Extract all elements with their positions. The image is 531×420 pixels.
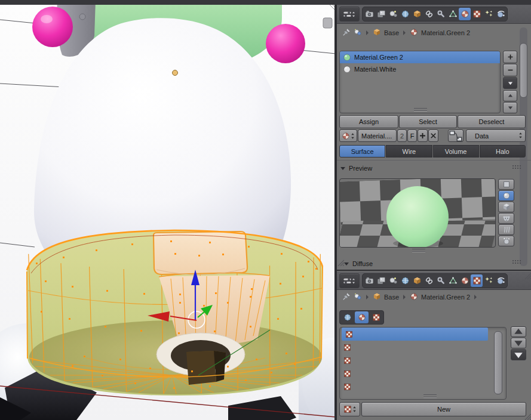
material-slot-name: Material.White	[354, 66, 396, 73]
tab-object[interactable]	[411, 274, 423, 287]
tab-texture[interactable]	[471, 8, 483, 20]
diffuse-panel-header[interactable]: Diffuse	[344, 259, 373, 268]
breadcrumb-object[interactable]: Base	[384, 29, 399, 36]
chevron-right-icon	[474, 295, 477, 299]
list-resize-grip[interactable]	[414, 108, 427, 111]
breadcrumb-material[interactable]: Material.Green 2	[421, 294, 470, 301]
tab-object-data[interactable]	[447, 274, 459, 287]
region-expand-button[interactable]	[323, 18, 332, 28]
preview-type-sphere-button[interactable]	[498, 190, 514, 201]
tab-physics[interactable]	[495, 8, 507, 20]
breadcrumb-object[interactable]: Base	[384, 294, 399, 301]
new-material-button[interactable]	[418, 129, 428, 142]
material-specials-button[interactable]	[503, 77, 517, 89]
texture-list-scrollbar[interactable]	[494, 331, 502, 394]
texture-slot-row[interactable]	[340, 380, 506, 393]
tab-particles[interactable]	[483, 8, 495, 20]
tab-modifiers[interactable]	[435, 274, 447, 287]
preview-type-hair-button[interactable]	[498, 224, 514, 235]
panel-expand-icon[interactable]	[344, 262, 349, 265]
tab-modifiers[interactable]	[435, 8, 447, 20]
material-slot-list: Material.Green 2Material.White	[339, 51, 501, 113]
material-sphere-icon	[410, 28, 418, 38]
panel-drag-dots[interactable]	[512, 165, 521, 170]
assign-button[interactable]: Assign	[339, 115, 398, 128]
tab-render[interactable]	[363, 8, 375, 20]
tab-render-layers[interactable]	[375, 8, 387, 20]
tab-constraints[interactable]	[423, 8, 435, 20]
tab-world[interactable]	[399, 8, 411, 20]
editor-corner-grip[interactable]	[524, 413, 531, 420]
deselect-button[interactable]: Deselect	[458, 115, 526, 128]
texture-specials-button[interactable]	[511, 349, 526, 360]
pin-icon[interactable]	[342, 292, 351, 302]
link-mode-dropdown[interactable]: Data	[466, 129, 526, 142]
browse-texture-button[interactable]	[339, 402, 360, 416]
texture-slot-list	[339, 327, 507, 400]
tab-constraints[interactable]	[423, 274, 435, 287]
preview-type-cube-button[interactable]	[498, 202, 514, 212]
unlink-material-button[interactable]	[428, 129, 438, 142]
tab-material[interactable]	[459, 274, 471, 287]
tab-object-data[interactable]	[447, 8, 459, 20]
viewport-3d[interactable]	[0, 0, 336, 420]
texture-checker-icon	[343, 344, 351, 351]
browse-material-button[interactable]	[339, 129, 357, 142]
tab-world[interactable]	[399, 274, 411, 287]
add-material-slot-button[interactable]	[503, 51, 517, 63]
editor-type-button[interactable]	[339, 273, 360, 288]
preview-type-flat-button[interactable]	[498, 179, 514, 190]
tab-render[interactable]	[363, 274, 375, 287]
preview-resize-grip[interactable]	[412, 249, 425, 252]
pin-icon[interactable]	[342, 28, 351, 38]
fake-user-button[interactable]: F	[407, 129, 417, 142]
texture-slot-row[interactable]	[340, 367, 506, 380]
editor-divider[interactable]	[334, 0, 337, 420]
editor-type-button[interactable]	[339, 7, 360, 21]
list-resize-grip[interactable]	[423, 394, 437, 397]
editor-corner-grip[interactable]	[337, 259, 344, 267]
material-slot-row[interactable]: Material.White	[340, 63, 500, 75]
render-type-surface-tab[interactable]: Surface	[339, 145, 385, 158]
material-sphere-icon	[410, 292, 418, 302]
breadcrumb-material[interactable]: Material.Green 2	[421, 29, 470, 36]
tab-scene[interactable]	[387, 274, 399, 287]
texture-context-material-button[interactable]	[355, 311, 369, 323]
selected-mesh-skirt[interactable]	[27, 230, 323, 396]
preview-panel-header[interactable]: Preview	[340, 163, 372, 173]
tab-texture[interactable]	[471, 274, 483, 287]
editor-corner-grip[interactable]	[524, 272, 531, 280]
users-count-button[interactable]: 2	[397, 129, 407, 142]
breadcrumb: Base Material.Green 2	[337, 25, 531, 41]
remove-material-slot-button[interactable]	[503, 64, 517, 76]
move-texture-down-button[interactable]	[511, 338, 526, 348]
move-slot-down-button[interactable]	[503, 102, 517, 113]
select-button[interactable]: Select	[399, 115, 457, 128]
texture-slot-row[interactable]	[342, 328, 488, 341]
tab-particles[interactable]	[483, 274, 495, 287]
texture-context-world-button[interactable]	[340, 311, 354, 323]
render-type-halo-tab[interactable]: Halo	[480, 145, 526, 158]
tab-render-layers[interactable]	[375, 274, 387, 287]
tab-object[interactable]	[411, 8, 423, 20]
texture-context-other-button[interactable]	[369, 311, 383, 323]
material-slot-row[interactable]: Material.Green 2	[340, 51, 500, 63]
new-texture-button[interactable]: New	[361, 402, 526, 416]
move-slot-up-button[interactable]	[503, 90, 517, 101]
panel-expand-icon[interactable]	[340, 167, 345, 170]
preview-type-monkey-button[interactable]	[498, 213, 514, 224]
tab-material[interactable]	[459, 8, 471, 20]
render-type-volume-tab[interactable]: Volume	[433, 145, 479, 158]
datablock-balls-icon	[354, 28, 362, 38]
use-nodes-button[interactable]	[448, 129, 464, 142]
render-type-wire-tab[interactable]: Wire	[386, 145, 432, 158]
tab-scene[interactable]	[387, 8, 399, 20]
texture-slot-row[interactable]	[340, 341, 506, 354]
panel-drag-dots[interactable]	[512, 260, 521, 265]
editor-scrollbar-thumb[interactable]	[520, 43, 527, 98]
preview-type-world-button[interactable]	[498, 236, 514, 246]
texture-slot-row[interactable]	[340, 354, 506, 367]
texture-checker-icon	[343, 370, 351, 378]
material-name-field[interactable]: Material....	[358, 129, 397, 142]
tab-physics[interactable]	[495, 274, 507, 287]
